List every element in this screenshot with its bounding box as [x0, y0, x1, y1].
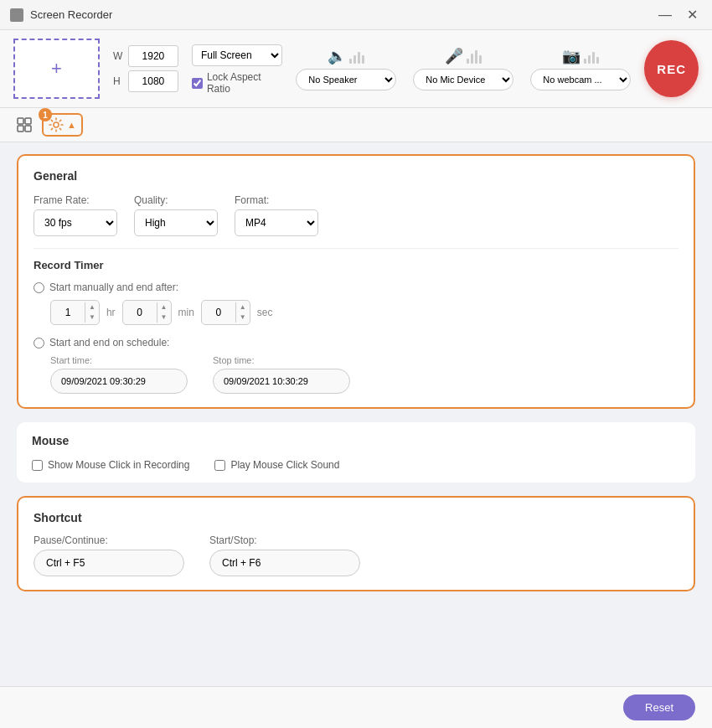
- bar1: [584, 59, 586, 64]
- height-row: H: [113, 70, 178, 92]
- app-title: Screen Recorder: [30, 8, 112, 21]
- app-icon: [10, 8, 23, 22]
- close-button[interactable]: ✕: [682, 5, 702, 25]
- svg-rect-0: [18, 118, 23, 124]
- stop-time-input[interactable]: [213, 369, 350, 394]
- dimension-group: W H: [113, 45, 178, 92]
- mic-icon-row: 🎤: [445, 47, 482, 65]
- bar4: [596, 57, 599, 64]
- width-row: W: [113, 45, 178, 67]
- play-sound-row: Play Mouse Click Sound: [214, 459, 339, 471]
- lock-aspect-label: Lock Aspect Ratio: [207, 71, 282, 95]
- start-stop-input[interactable]: [209, 550, 360, 576]
- minimize-button[interactable]: —: [655, 5, 675, 25]
- bar1: [349, 59, 352, 64]
- manual-end-label: Start manually and end after:: [49, 281, 178, 293]
- webcam-icon: 📷: [562, 47, 580, 65]
- settings-button-group[interactable]: 1 ▲: [42, 113, 83, 137]
- minutes-down-button[interactable]: ▼: [157, 312, 171, 323]
- mouse-section: Mouse Show Mouse Click in Recording Play…: [17, 422, 695, 483]
- bar3: [475, 50, 477, 64]
- mouse-row: Show Mouse Click in Recording Play Mouse…: [32, 459, 680, 471]
- width-input[interactable]: [128, 45, 178, 67]
- mic-select[interactable]: No Mic Device: [413, 69, 513, 90]
- webcam-select[interactable]: No webcam ...: [530, 69, 631, 90]
- show-click-row: Show Mouse Click in Recording: [32, 459, 189, 471]
- frame-rate-select[interactable]: 30 fps 60 fps 24 fps 15 fps: [34, 209, 117, 236]
- hours-arrows: ▲ ▼: [85, 302, 99, 323]
- mouse-section-title: Mouse: [32, 434, 680, 447]
- schedule-label: Start and end on schedule:: [49, 337, 169, 349]
- pause-continue-label: Pause/Continue:: [34, 534, 184, 546]
- svg-rect-2: [18, 126, 23, 132]
- minutes-up-button[interactable]: ▲: [157, 302, 171, 312]
- format-select[interactable]: MP4 AVI MOV WMV: [235, 209, 318, 236]
- stop-time-label: Stop time:: [213, 355, 350, 365]
- format-group: Format: MP4 AVI MOV WMV: [235, 194, 318, 236]
- schedule-radio[interactable]: [34, 338, 44, 349]
- show-click-label: Show Mouse Click in Recording: [48, 459, 189, 471]
- play-sound-checkbox[interactable]: [214, 460, 225, 471]
- secondary-toolbar: 1 ▲: [0, 108, 712, 142]
- speaker-select[interactable]: No Speaker: [296, 69, 396, 90]
- general-divider: [34, 248, 678, 249]
- lock-aspect-checkbox[interactable]: [192, 78, 203, 89]
- hours-down-button[interactable]: ▼: [85, 312, 99, 323]
- bar3: [358, 52, 360, 64]
- height-input[interactable]: [128, 70, 178, 92]
- start-time-label: Start time:: [50, 355, 188, 365]
- screen-mode-select[interactable]: Full Screen Custom Window: [192, 44, 282, 66]
- seconds-input[interactable]: [202, 301, 235, 324]
- speaker-bars: [349, 49, 364, 64]
- bar4: [479, 55, 482, 64]
- start-time-input[interactable]: [50, 369, 188, 394]
- rec-button[interactable]: REC: [644, 40, 699, 97]
- svg-rect-1: [25, 118, 31, 124]
- speaker-device: 🔈 No Speaker: [296, 47, 396, 90]
- format-label: Format:: [235, 194, 318, 206]
- svg-point-4: [54, 122, 59, 127]
- layout-icon-button[interactable]: [13, 114, 35, 136]
- audio-section: 🔈 No Speaker 🎤: [296, 47, 631, 90]
- seconds-up-button[interactable]: ▲: [236, 302, 250, 312]
- time-inputs-row: ▲ ▼ hr ▲ ▼ min ▲ ▼ sec: [34, 300, 678, 325]
- manual-end-radio[interactable]: [34, 282, 44, 293]
- bar2: [588, 55, 591, 64]
- speaker-icon-row: 🔈: [328, 47, 364, 65]
- title-bar: Screen Recorder — ✕: [0, 0, 712, 30]
- quality-select[interactable]: High Medium Low: [134, 209, 218, 236]
- show-click-checkbox[interactable]: [32, 460, 43, 471]
- mic-icon: 🎤: [445, 47, 463, 65]
- pause-continue-group: Pause/Continue:: [34, 534, 184, 576]
- capture-area[interactable]: +: [13, 39, 100, 99]
- seconds-down-button[interactable]: ▼: [236, 312, 250, 323]
- shortcut-section-title: Shortcut: [34, 511, 678, 524]
- hours-input[interactable]: [51, 301, 85, 324]
- minutes-spinbox: ▲ ▼: [122, 300, 172, 325]
- title-bar-controls: — ✕: [655, 5, 702, 25]
- quality-group: Quality: High Medium Low: [134, 194, 218, 236]
- shortcut-row: Pause/Continue: Start/Stop:: [34, 534, 678, 576]
- screen-mode-group: Full Screen Custom Window Lock Aspect Ra…: [192, 44, 282, 95]
- play-sound-label: Play Mouse Click Sound: [230, 459, 339, 471]
- minutes-unit: min: [178, 307, 194, 318]
- lock-aspect-row: Lock Aspect Ratio: [192, 71, 282, 95]
- main-toolbar: + W H Full Screen Custom Window Lock Asp…: [0, 30, 712, 108]
- reset-button[interactable]: Reset: [623, 694, 695, 720]
- hours-up-button[interactable]: ▲: [85, 302, 99, 312]
- seconds-arrows: ▲ ▼: [235, 302, 250, 323]
- webcam-icon-row: 📷: [562, 47, 599, 65]
- minutes-input[interactable]: [123, 301, 157, 324]
- speaker-icon: 🔈: [328, 47, 346, 65]
- bar1: [467, 59, 469, 64]
- settings-badge: 1: [39, 108, 52, 121]
- height-label: H: [113, 75, 125, 87]
- start-time-group: Start time:: [50, 355, 188, 394]
- seconds-unit: sec: [257, 307, 273, 318]
- bar2: [471, 54, 473, 64]
- start-stop-label: Start/Stop:: [209, 534, 360, 546]
- pause-continue-input[interactable]: [34, 550, 184, 576]
- seconds-spinbox: ▲ ▼: [201, 300, 250, 325]
- width-label: W: [113, 50, 125, 62]
- footer: Reset: [0, 686, 712, 728]
